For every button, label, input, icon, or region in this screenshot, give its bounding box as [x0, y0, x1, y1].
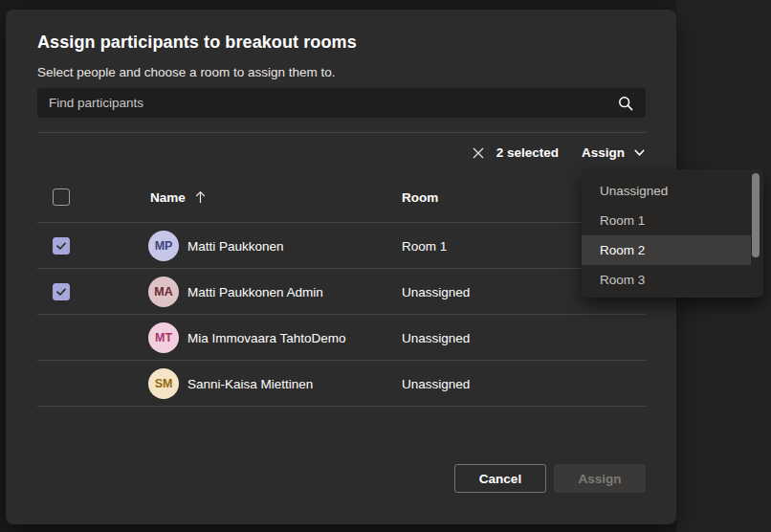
participants-table: Name Room MP Matti Paukkonen Room 1 MA M… [37, 172, 646, 407]
sort-ascending-icon [193, 189, 208, 205]
table-header-row: Name Room [37, 172, 646, 223]
name-column-header[interactable]: Name [150, 189, 208, 205]
participant-room: Unassigned [402, 284, 470, 299]
selected-count-label: 2 selected [496, 145, 559, 160]
avatar: MP [148, 231, 179, 261]
dropdown-item-room-1[interactable]: Room 1 [582, 206, 751, 235]
row-checkbox[interactable] [53, 237, 70, 255]
avatar: MT [148, 322, 179, 353]
participant-room: Room 1 [402, 238, 447, 253]
participant-room: Unassigned [402, 376, 470, 390]
select-all-checkbox[interactable] [53, 188, 70, 206]
participant-name: Matti Paukkonen [187, 238, 284, 253]
dialog-title: Assign participants to breakout rooms [37, 33, 357, 53]
table-row[interactable]: MA Matti Paukkonen Admin Unassigned [37, 269, 646, 315]
dropdown-item-room-2[interactable]: Room 2 [582, 235, 751, 265]
table-row[interactable]: MP Matti Paukkonen Room 1 [37, 223, 646, 269]
table-row[interactable]: SM Sanni-Kaisa Miettinen Unassigned [37, 361, 646, 407]
dropdown-scrollbar[interactable] [752, 173, 760, 257]
dialog-footer: Cancel Assign [454, 464, 646, 493]
cancel-button[interactable]: Cancel [454, 464, 546, 493]
participant-room: Unassigned [402, 330, 470, 344]
search-icon [618, 96, 633, 111]
assign-participants-dialog: Assign participants to breakout rooms Se… [6, 10, 676, 524]
search-input[interactable] [37, 96, 618, 110]
dropdown-item-unassigned[interactable]: Unassigned [582, 176, 751, 206]
avatar: MA [148, 277, 179, 307]
dropdown-item-room-3[interactable]: Room 3 [582, 265, 751, 295]
clear-selection-icon[interactable] [470, 144, 487, 162]
participant-name: Mia Immovaara TahtoDemo [187, 330, 346, 344]
selection-bar: 2 selected Assign [470, 133, 646, 172]
assign-room-dropdown-menu: Unassigned Room 1 Room 2 Room 3 [582, 169, 763, 298]
participant-name: Sanni-Kaisa Miettinen [187, 376, 313, 390]
search-box [37, 88, 646, 118]
table-row[interactable]: MT Mia Immovaara TahtoDemo Unassigned [37, 315, 646, 361]
participant-name: Matti Paukkonen Admin [187, 284, 323, 299]
row-checkbox[interactable] [53, 283, 70, 300]
name-column-label: Name [150, 190, 186, 205]
room-column-header: Room [402, 190, 438, 205]
assign-dropdown-button[interactable]: Assign [582, 145, 646, 160]
avatar: SM [148, 368, 179, 399]
dialog-subtitle: Select people and choose a room to assig… [37, 65, 335, 79]
assign-button[interactable]: Assign [554, 464, 646, 493]
chevron-down-icon [633, 146, 646, 159]
assign-dropdown-label: Assign [582, 145, 625, 160]
